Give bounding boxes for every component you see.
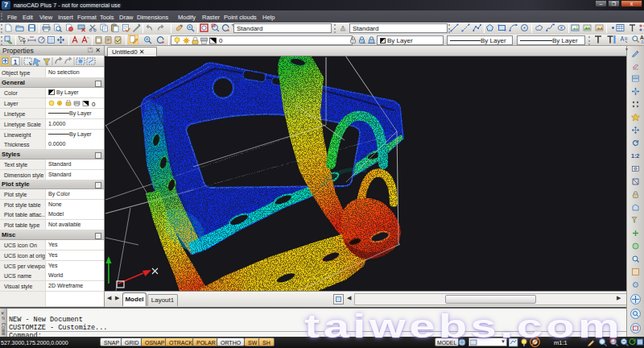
- svg-text:1:2: 1:2: [631, 153, 639, 159]
- svg-text:1: 1: [14, 58, 18, 66]
- svg-text:0: 0: [92, 101, 96, 108]
- svg-text:32: 32: [641, 39, 644, 44]
